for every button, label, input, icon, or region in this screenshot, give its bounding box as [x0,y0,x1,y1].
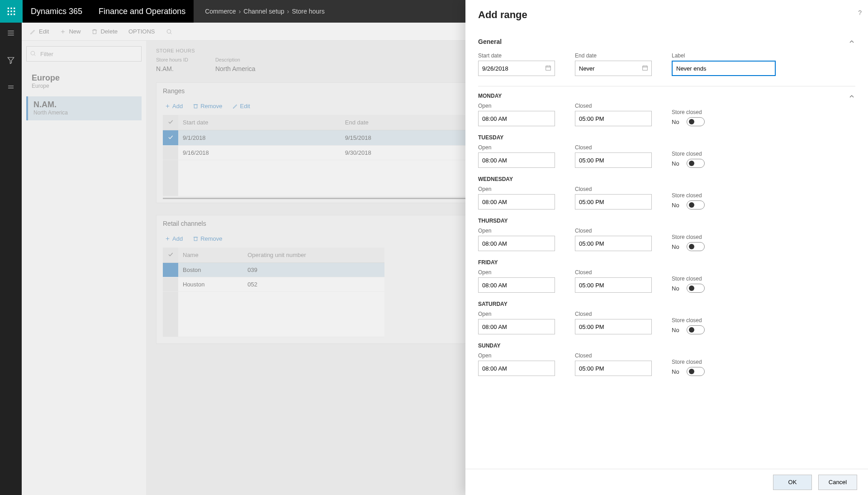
start-date-input[interactable] [478,61,555,76]
filter-wrap [26,46,142,62]
field-label: Store closed [672,109,705,115]
open-time-input[interactable] [478,152,555,168]
nav-item-sub: Europe [32,83,136,89]
field-label: Label [672,52,776,59]
toggle-value: No [672,160,679,167]
cancel-button[interactable]: Cancel [818,475,857,490]
general-section: General Start date End date Label [478,32,855,86]
day-block: FRIDAY Open Closed Store closed No [478,259,855,293]
breadcrumb-item[interactable]: Store hours [292,8,324,15]
left-rail [0,23,22,495]
edit-button[interactable]: Edit [25,26,53,37]
store-closed-toggle[interactable] [687,117,705,126]
remove-label: Remove [200,103,222,109]
table-row [163,292,384,337]
search-button[interactable] [161,27,177,37]
svg-rect-6 [8,14,9,15]
select-all-header[interactable] [163,115,178,130]
row-checkbox[interactable] [163,130,178,146]
row-checkbox[interactable] [163,263,178,277]
store-closed-toggle[interactable] [687,284,705,293]
options-button[interactable]: OPTIONS [124,26,160,37]
close-time-input[interactable] [575,361,652,376]
chevron-right-icon: › [239,8,241,15]
store-closed-toggle[interactable] [687,159,705,168]
close-time-input[interactable] [575,319,652,334]
svg-line-19 [170,33,171,34]
lines-button[interactable] [6,82,16,92]
cell-unit: 039 [243,263,384,277]
edit-range-button[interactable]: Edit [229,101,254,111]
close-time-input[interactable] [575,277,652,293]
nav-item-europe[interactable]: Europe Europe [26,70,142,94]
svg-rect-3 [8,10,9,12]
field-label: Open [478,186,555,192]
open-time-input[interactable] [478,111,555,126]
svg-rect-2 [14,8,15,9]
field-label: Store closed [672,151,705,157]
ok-button[interactable]: OK [773,475,812,490]
calendar-icon[interactable] [545,65,551,71]
pencil-icon [232,103,238,109]
store-closed-toggle[interactable] [687,325,705,334]
field-label: Closed [575,228,652,234]
open-time-input[interactable] [478,319,555,334]
delete-button[interactable]: Delete [87,26,122,37]
app-launcher-button[interactable] [0,0,23,23]
collapse-section-button[interactable] [848,93,855,102]
cell-name: Boston [178,263,243,277]
open-time-input[interactable] [478,194,555,209]
select-all-header[interactable] [163,248,178,263]
col-header[interactable]: Operating unit number [243,248,384,263]
col-header[interactable]: Start date [178,115,341,130]
field-label: Closed [575,311,652,317]
day-name: FRIDAY [478,259,855,266]
plus-icon [60,29,66,35]
toggle-value: No [672,368,679,375]
new-label: New [69,28,81,35]
menu-button[interactable] [6,28,16,38]
svg-rect-32 [643,66,648,70]
remove-channel-button[interactable]: Remove [189,233,226,244]
field-label: Store closed [672,234,705,240]
field-label: Description [215,57,256,62]
add-range-button[interactable]: Add [161,101,186,111]
row-checkbox[interactable] [163,146,178,160]
col-header[interactable]: Name [178,248,243,263]
panel-footer: OK Cancel [465,469,868,495]
breadcrumb-item[interactable]: Channel setup [243,8,284,15]
open-time-input[interactable] [478,277,555,293]
new-button[interactable]: New [55,26,85,37]
collapse-section-button[interactable] [848,38,855,47]
cell-start: 9/1/2018 [178,130,341,146]
filter-button[interactable] [6,55,16,65]
nav-pane: Europe Europe N.AM. North America [22,41,146,495]
close-time-input[interactable] [575,194,652,209]
open-time-input[interactable] [478,236,555,251]
store-closed-toggle[interactable] [687,242,705,251]
row-checkbox[interactable] [163,277,178,292]
breadcrumb-item[interactable]: Commerce [205,8,236,15]
filter-input[interactable] [26,46,142,62]
table-row[interactable]: Boston 039 [163,263,384,277]
help-button[interactable]: ? [858,9,862,16]
trash-icon [193,236,199,242]
chevron-up-icon [848,38,855,45]
open-time-input[interactable] [478,361,555,376]
day-block: MONDAY Open Closed Store closed No [478,93,855,126]
end-date-input[interactable] [575,61,652,76]
table-row[interactable]: Houston 052 [163,277,384,292]
remove-range-button[interactable]: Remove [189,101,226,111]
close-time-input[interactable] [575,111,652,126]
store-closed-toggle[interactable] [687,367,705,376]
close-time-input[interactable] [575,152,652,168]
field-label: Store closed [672,317,705,324]
calendar-icon[interactable] [642,65,648,71]
label-input[interactable] [672,61,776,76]
nav-item-nam[interactable]: N.AM. North America [26,96,142,120]
store-closed-toggle[interactable] [687,200,705,209]
add-channel-button[interactable]: Add [161,233,186,244]
search-icon [30,50,36,57]
waffle-icon [7,7,16,16]
close-time-input[interactable] [575,236,652,251]
